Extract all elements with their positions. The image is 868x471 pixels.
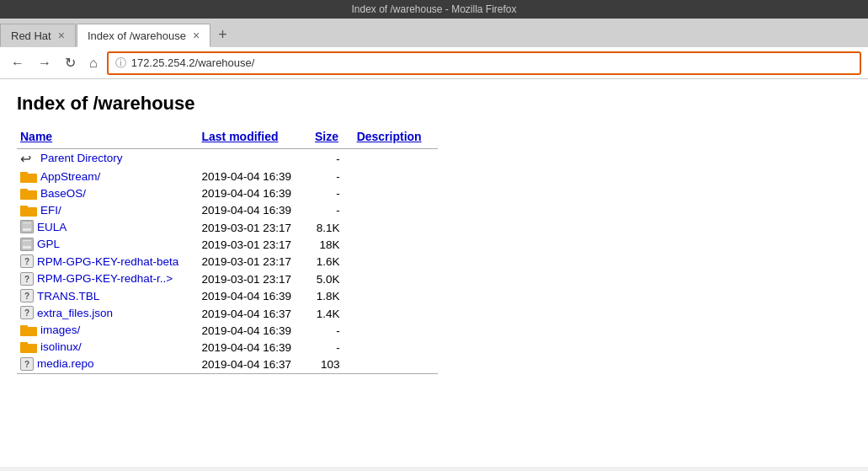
folder-icon [20,170,37,183]
url-input[interactable] [131,56,853,69]
file-description [354,149,438,169]
svg-rect-6 [22,222,32,232]
file-description [354,254,438,270]
file-link[interactable]: EFI/ [40,204,61,217]
file-modified: 2019-04-04 16:39 [199,288,312,305]
table-row: EULA2019-03-01 23:178.1K [17,219,438,236]
new-tab-button[interactable]: + [211,24,234,45]
file-modified: 2019-04-04 16:39 [199,202,312,219]
folder-icon [20,340,37,353]
table-row: EFI/2019-04-04 16:39- [17,202,438,219]
tab-redhat[interactable]: Red Hat × [0,24,76,47]
table-row: GPL2019-03-01 23:1718K [17,236,438,253]
file-link[interactable]: GPL [37,238,60,250]
file-modified: 2019-04-04 16:37 [199,305,312,322]
file-size: 8.1K [312,219,354,236]
col-desc-header: Description [354,128,438,149]
file-description [354,219,438,236]
file-description [354,322,438,339]
tab-index-close[interactable]: × [193,29,200,42]
reload-button[interactable]: ↻ [61,53,80,72]
table-row: images/2019-04-04 16:39- [17,322,438,339]
back-button[interactable]: ← [7,54,29,72]
file-size: 1.8K [312,288,354,305]
file-size: - [312,185,354,202]
file-description [354,202,438,219]
file-modified: 2019-03-01 23:17 [199,236,312,253]
file-table-body: ↩Parent Directory-AppStream/2019-04-04 1… [17,149,438,378]
file-size: 103 [312,356,354,373]
file-size: 18K [312,236,354,253]
file-size: - [312,322,354,339]
file-link[interactable]: BaseOS/ [40,187,86,200]
file-link[interactable]: Parent Directory [40,152,123,164]
file-description [354,236,438,253]
table-row: ?TRANS.TBL2019-04-04 16:391.8K [17,288,438,305]
file-modified: 2019-04-04 16:37 [199,356,312,373]
col-name-header: Name [17,128,199,149]
table-row: ?RPM-GPG-KEY-redhat-beta2019-03-01 23:17… [17,254,438,270]
svg-rect-15 [20,325,28,329]
col-modified-header: Last modified [199,128,312,149]
forward-button[interactable]: → [34,54,56,72]
col-size-header: Size [312,128,354,149]
file-link[interactable]: TRANS.TBL [37,290,99,302]
file-modified: 2019-04-04 16:39 [199,322,312,339]
svg-rect-17 [20,342,28,345]
svg-rect-10 [22,239,32,249]
file-size: - [312,169,354,185]
url-bar-wrapper[interactable]: ⓘ [107,51,861,75]
file-description [354,356,438,373]
file-modified: 2019-03-01 23:17 [199,219,312,236]
file-description [354,339,438,356]
svg-rect-5 [20,206,28,209]
file-modified [199,149,312,169]
col-name-sort-link[interactable]: Name [20,130,52,143]
tab-redhat-label: Red Hat [11,29,51,42]
folder-icon [20,187,37,200]
table-row: ?extra_files.json2019-04-04 16:371.4K [17,305,438,322]
title-bar: Index of /warehouse - Mozilla Firefox [0,0,868,19]
table-row: isolinux/2019-04-04 16:39- [17,339,438,356]
file-link[interactable]: EULA [37,221,67,233]
tab-bar: Red Hat × Index of /warehouse × + [0,19,868,47]
file-size: - [312,149,354,169]
file-size: 1.4K [312,305,354,322]
nav-bar: ← → ↻ ⌂ ⓘ [0,47,868,79]
file-link[interactable]: AppStream/ [40,170,100,183]
file-description [354,288,438,305]
file-table: Name Last modified Size Description ↩Par… [17,128,438,378]
file-link[interactable]: RPM-GPG-KEY-redhat-r..> [37,272,173,285]
table-header-row: Name Last modified Size Description [17,128,438,149]
file-modified: 2019-03-01 23:17 [199,270,312,287]
unknown-icon: ? [20,289,34,302]
tab-index[interactable]: Index of /warehouse × [77,24,210,47]
folder-icon [20,204,37,217]
table-row: BaseOS/2019-04-04 16:39- [17,185,438,202]
file-link[interactable]: extra_files.json [37,307,113,319]
window-title: Index of /warehouse - Mozilla Firefox [351,3,516,15]
file-description [354,270,438,287]
col-desc-sort-link[interactable]: Description [357,130,422,143]
file-description [354,305,438,322]
file-link[interactable]: media.repo [37,357,94,370]
table-row: ?RPM-GPG-KEY-redhat-r..>2019-03-01 23:17… [17,270,438,287]
unknown-icon: ? [20,272,34,286]
col-modified-sort-link[interactable]: Last modified [202,130,279,143]
security-icon: ⓘ [115,56,126,71]
file-modified: 2019-04-04 16:39 [199,339,312,356]
file-modified: 2019-04-04 16:39 [199,185,312,202]
svg-rect-3 [20,189,28,192]
file-link[interactable]: images/ [40,324,80,336]
home-button[interactable]: ⌂ [85,54,102,72]
page-content: Index of /warehouse Name Last modified S… [0,79,868,467]
tab-redhat-close[interactable]: × [58,29,65,42]
unknown-icon: ? [20,306,34,319]
file-icon [20,220,34,233]
file-link[interactable]: isolinux/ [40,340,82,353]
svg-rect-1 [20,172,28,175]
file-link[interactable]: RPM-GPG-KEY-redhat-beta [37,255,178,268]
col-size-sort-link[interactable]: Size [315,130,338,143]
file-modified: 2019-03-01 23:17 [199,254,312,270]
file-size: 5.0K [312,270,354,287]
